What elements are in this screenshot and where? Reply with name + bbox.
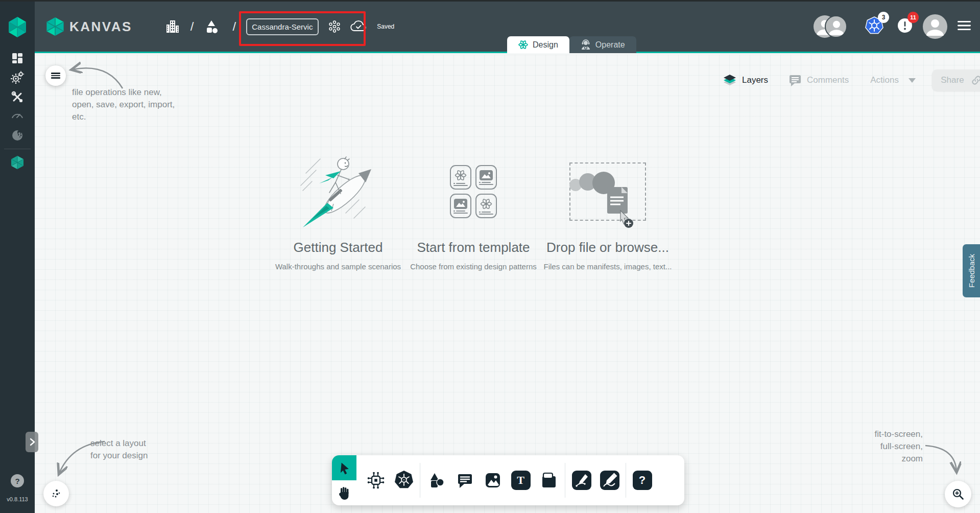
sidebar-item-extensions[interactable]	[0, 126, 35, 145]
sidebar-item-dashboard[interactable]	[0, 49, 35, 67]
pinwheel-icon	[480, 198, 492, 210]
zoom-button[interactable]	[945, 481, 971, 507]
speedometer-icon	[11, 109, 24, 121]
sidebar-expand-button[interactable]	[26, 432, 38, 452]
template-card	[450, 165, 471, 190]
kanvas-logo[interactable]: KANVAS	[46, 16, 132, 37]
image-tool[interactable]	[479, 455, 507, 505]
drop-zone	[569, 151, 646, 232]
feedback-tab[interactable]: Feedback	[963, 244, 980, 297]
shapes-tool[interactable]	[422, 455, 450, 505]
layers-button[interactable]: Layers	[723, 74, 768, 87]
tools-icon	[11, 90, 24, 104]
layer5-logo-icon	[8, 16, 27, 38]
layers-label: Layers	[742, 75, 768, 85]
kanvas-app: ? v0.8.113 KANVAS	[0, 0, 980, 513]
text-tool[interactable]: T	[507, 455, 535, 505]
layer5-logo[interactable]	[8, 16, 27, 38]
drop-file-panel[interactable]: Drop file or browse... Files can be mani…	[526, 151, 689, 271]
tab-operate-label: Operate	[595, 40, 625, 50]
drop-title: Drop file or browse...	[546, 240, 669, 255]
shapes-tool-icon	[428, 472, 445, 489]
template-card	[475, 165, 497, 190]
toolbar-divider	[626, 463, 626, 498]
layout-annotation: select a layout for your design	[90, 437, 148, 462]
comment-tool[interactable]	[450, 455, 479, 505]
freehand-draw-icon	[600, 471, 619, 490]
actions-dropdown[interactable]: Actions	[870, 75, 916, 85]
collaborator-avatars[interactable]	[814, 15, 847, 38]
rocket-illustration	[294, 151, 383, 232]
drop-file-illustration	[563, 167, 640, 229]
select-tool[interactable]	[332, 455, 356, 480]
cloud-check-icon	[350, 20, 367, 33]
image-icon	[480, 170, 493, 180]
design-canvas[interactable]	[35, 55, 980, 513]
sidebar-item-kanvas[interactable]	[0, 153, 35, 172]
tab-operate[interactable]: Operate	[569, 36, 636, 53]
chip-icon	[366, 471, 386, 490]
image-icon	[454, 199, 467, 209]
pan-tool[interactable]	[332, 480, 356, 505]
hand-icon	[338, 486, 351, 500]
components-tool[interactable]	[362, 455, 390, 505]
breadcrumb-separator: /	[189, 19, 195, 34]
chevron-right-icon	[29, 437, 36, 447]
feedback-label: Feedback	[967, 254, 976, 288]
share-button[interactable]: Share	[932, 69, 980, 91]
sidebar-item-performance[interactable]	[0, 106, 35, 124]
comment-tool-icon	[456, 472, 474, 489]
design-mesh-button[interactable]	[328, 20, 341, 33]
layout-select-button[interactable]	[43, 481, 69, 506]
kubernetes-wheel-icon	[394, 470, 414, 491]
tab-design[interactable]: Design	[507, 36, 569, 53]
getting-started-title: Getting Started	[294, 240, 383, 255]
canvas-toolbar: T	[332, 455, 684, 505]
pinwheel-icon	[455, 169, 467, 181]
design-name-input[interactable]	[246, 18, 319, 35]
comments-button[interactable]: Comments	[788, 74, 849, 87]
image-tool-icon	[484, 472, 502, 489]
header-menu-button[interactable]	[958, 20, 971, 33]
design-pinwheel-icon	[518, 40, 528, 50]
mode-tabs: Design Operate	[507, 36, 636, 53]
building-icon	[165, 19, 180, 34]
top-header: KANVAS /	[35, 0, 980, 53]
file-ops-annotation: file operations like new, open, save, ex…	[72, 86, 175, 123]
template-grid	[450, 151, 497, 232]
sidebar-item-settings[interactable]	[0, 68, 35, 87]
person-icon	[923, 14, 947, 39]
top-edge-strip	[0, 0, 980, 2]
notifications-button[interactable]: 11	[897, 18, 913, 35]
kubernetes-status-button[interactable]: 3	[865, 16, 884, 37]
profile-avatar[interactable]	[923, 14, 947, 39]
help-button[interactable]: ?	[11, 474, 24, 487]
kanvas-hexagon-icon	[11, 155, 24, 170]
canvas-menu-button[interactable]	[45, 65, 66, 86]
group-tool[interactable]	[535, 455, 563, 505]
pen-tool[interactable]	[567, 455, 595, 505]
toolbar-items: T	[356, 455, 661, 505]
template-subtitle: Choose from existing design patterns	[410, 262, 537, 271]
designs-button[interactable]	[204, 19, 219, 34]
kubernetes-tool[interactable]	[390, 455, 418, 505]
save-status-button[interactable]	[350, 20, 367, 33]
layers-icon	[723, 74, 737, 87]
template-title: Start from template	[417, 240, 530, 255]
hamburger-icon	[51, 72, 60, 79]
organization-button[interactable]	[165, 19, 180, 34]
template-card	[450, 194, 471, 218]
toolbar-divider	[420, 463, 420, 498]
mesh-nodes-icon	[328, 20, 341, 33]
link-icon	[971, 75, 980, 85]
getting-started-subtitle: Walk-throughs and sample scenarios	[275, 262, 401, 271]
notification-count-badge: 11	[907, 12, 919, 23]
shapes-icon	[204, 19, 219, 34]
dashboard-icon	[11, 52, 23, 64]
toolbar-help-tool[interactable]: ?	[628, 455, 656, 505]
app-version: v0.8.113	[0, 496, 35, 502]
kanvas-logo-icon	[46, 16, 64, 37]
sidebar-divider	[4, 149, 31, 149]
sidebar-item-lifecycle[interactable]	[0, 88, 35, 106]
freehand-tool[interactable]	[595, 455, 624, 505]
